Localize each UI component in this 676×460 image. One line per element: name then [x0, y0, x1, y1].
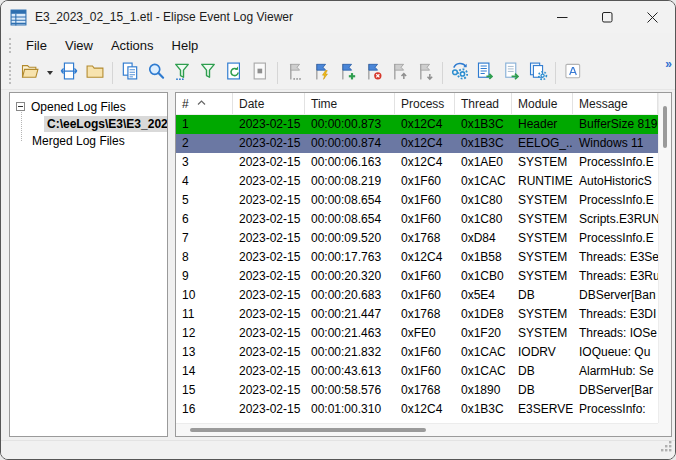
toolbar-overflow-chevron[interactable]: »	[665, 57, 672, 71]
cell-date: 2023-02-15	[233, 172, 305, 191]
table-row[interactable]: 72023-02-1500:00:09.5200x17680xD84SYSTEM…	[176, 229, 658, 248]
menu-item-help[interactable]: Help	[163, 36, 208, 55]
filter-custom-button[interactable]	[169, 60, 195, 86]
filter-button[interactable]	[195, 60, 221, 86]
vertical-scrollbar-thumb[interactable]	[663, 106, 667, 148]
cell-number: 7	[176, 229, 233, 248]
previous-flag-button[interactable]	[386, 60, 412, 86]
column-header-time[interactable]: Time	[305, 93, 395, 114]
cell-date: 2023-02-15	[233, 324, 305, 343]
open-log-folder-button[interactable]	[17, 60, 43, 86]
column-header-number[interactable]: #	[176, 93, 233, 114]
goto-flag-icon	[285, 61, 305, 85]
horizontal-scrollbar[interactable]	[176, 423, 658, 436]
open-log-folder-icon	[20, 61, 40, 85]
tree-item-merged-log-files[interactable]: Merged Log Files	[32, 132, 167, 149]
collapse-expand-icon[interactable]	[16, 102, 25, 111]
table-row[interactable]: 12023-02-1500:00:00.8730x12C40x1B3CHeade…	[176, 115, 658, 134]
cell-thread: 0x1B3C	[455, 400, 512, 419]
cell-message: Windows 11	[573, 134, 658, 153]
copy-button[interactable]	[117, 60, 143, 86]
cell-date: 2023-02-15	[233, 115, 305, 134]
menu-item-view[interactable]: View	[56, 36, 102, 55]
close-button[interactable]	[630, 1, 675, 33]
cell-thread: 0xD84	[455, 229, 512, 248]
table-row[interactable]: 62023-02-1500:00:08.6540x1F600x1C80SYSTE…	[176, 210, 658, 229]
reopen-log-button[interactable]	[56, 60, 82, 86]
cell-thread: 0x1B3C	[455, 115, 512, 134]
table-row[interactable]: 82023-02-1500:00:17.7630x12C40x1B58SYSTE…	[176, 248, 658, 267]
cell-module: DB	[512, 286, 573, 305]
toolbar-separator	[112, 62, 113, 84]
cell-number: 8	[176, 248, 233, 267]
table-row[interactable]: 42023-02-1500:00:08.2190x1F600x1CACRUNTI…	[176, 172, 658, 191]
menu-item-actions[interactable]: Actions	[102, 36, 163, 55]
column-header-date[interactable]: Date	[233, 93, 305, 114]
vertical-scrollbar[interactable]	[658, 93, 671, 423]
cell-number: 16	[176, 400, 233, 419]
table-row[interactable]: 92023-02-1500:00:20.3200x1F600x1CB0SYSTE…	[176, 267, 658, 286]
goto-flag-button[interactable]	[282, 60, 308, 86]
cell-message: IOQueue: Qu	[573, 343, 658, 362]
tree-item-opened-log-files[interactable]: Opened Log Files	[16, 98, 167, 115]
column-header-module[interactable]: Module	[512, 93, 573, 114]
export-document-button[interactable]	[499, 60, 525, 86]
table-row[interactable]: 162023-02-1500:01:00.3100x12C40x1B3CE3SE…	[176, 400, 658, 419]
cell-time: 00:00:08.654	[305, 191, 395, 210]
next-flag-icon	[415, 61, 435, 85]
process-events-button[interactable]	[447, 60, 473, 86]
cell-process: 0x1F60	[395, 191, 455, 210]
panel-splitter[interactable]	[168, 92, 175, 437]
stop-refresh-button[interactable]	[247, 60, 273, 86]
font-button[interactable]	[560, 60, 586, 86]
cell-date: 2023-02-15	[233, 248, 305, 267]
table-row[interactable]: 152023-02-1500:00:58.5760x17680x1890DBDB…	[176, 381, 658, 400]
refresh-log-button[interactable]	[221, 60, 247, 86]
cell-module: SYSTEM	[512, 210, 573, 229]
auto-flag-icon	[311, 61, 331, 85]
find-button[interactable]	[143, 60, 169, 86]
export-list-button[interactable]	[473, 60, 499, 86]
reopen-log-icon	[59, 61, 79, 85]
table-row[interactable]: 22023-02-1500:00:00.8740x12C40x1B3CEELOG…	[176, 134, 658, 153]
menu-item-file[interactable]: File	[17, 36, 56, 55]
column-header-message[interactable]: Message	[573, 93, 658, 114]
cell-message: Threads: IOSe	[573, 324, 658, 343]
export-list-icon	[476, 61, 496, 85]
cell-time: 00:00:00.874	[305, 134, 395, 153]
close-log-button[interactable]	[82, 60, 108, 86]
cell-process: 0x1768	[395, 381, 455, 400]
cell-module: IODRV	[512, 343, 573, 362]
minimize-button[interactable]	[540, 1, 585, 33]
cell-date: 2023-02-15	[233, 305, 305, 324]
maximize-button[interactable]	[585, 1, 630, 33]
cell-thread: 0x1DE8	[455, 305, 512, 324]
horizontal-scrollbar-thumb[interactable]	[190, 428, 426, 432]
cell-message: Threads: E3Ru	[573, 267, 658, 286]
next-flag-button[interactable]	[412, 60, 438, 86]
table-row[interactable]: 102023-02-1500:00:20.6830x1F600x5E4DBDBS…	[176, 286, 658, 305]
tree-item-log-file[interactable]: C:\eeLogs\E3\E3_2023	[44, 115, 167, 132]
open-log-dropdown-caret-button[interactable]	[43, 60, 56, 86]
auto-flag-button[interactable]	[308, 60, 334, 86]
table-row[interactable]: 132023-02-1500:00:21.8320x1F600x1CACIODR…	[176, 343, 658, 362]
resize-grip[interactable]	[660, 439, 673, 457]
column-header-thread[interactable]: Thread	[455, 93, 512, 114]
cell-date: 2023-02-15	[233, 286, 305, 305]
table-row[interactable]: 52023-02-1500:00:08.6540x1F600x1C80SYSTE…	[176, 191, 658, 210]
table-row[interactable]: 142023-02-1500:00:43.6130x1F600x1CACDBAl…	[176, 362, 658, 381]
column-header-process[interactable]: Process	[395, 93, 455, 114]
add-flag-button[interactable]	[334, 60, 360, 86]
cell-message: AlarmHub: Se	[573, 362, 658, 381]
previous-flag-icon	[389, 61, 409, 85]
export-multiple-button[interactable]	[525, 60, 551, 86]
table-row[interactable]: 32023-02-1500:00:06.1630x12C40x1AE0SYSTE…	[176, 153, 658, 172]
delete-flag-button[interactable]	[360, 60, 386, 86]
toolbar-gripper	[9, 62, 11, 84]
cell-time: 00:00:06.163	[305, 153, 395, 172]
cell-module: E3SERVER	[512, 400, 573, 419]
cell-thread: 0x1CAC	[455, 172, 512, 191]
table-row[interactable]: 122023-02-1500:00:21.4630xFE00x1F20SYSTE…	[176, 324, 658, 343]
close-log-icon	[85, 61, 105, 85]
table-row[interactable]: 112023-02-1500:00:21.4470x17680x1DE8SYST…	[176, 305, 658, 324]
